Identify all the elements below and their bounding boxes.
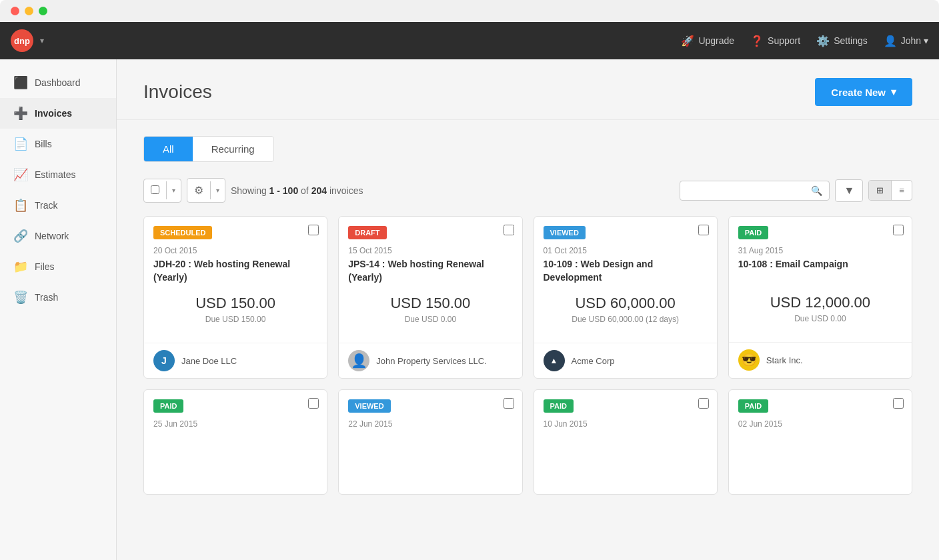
maximize-button[interactable] (39, 7, 47, 15)
card-title: JPS-14 : Web hosting Renewal (Yearly) (348, 258, 512, 284)
bulk-actions-dropdown[interactable]: ⚙ ▾ (187, 178, 225, 203)
search-box[interactable]: 🔍 (680, 181, 830, 201)
create-new-chevron-icon: ▾ (891, 86, 896, 98)
gear-icon[interactable]: ⚙ (187, 179, 210, 202)
sidebar-label-invoices: Invoices (35, 108, 72, 119)
card-body: 31 Aug 2015 10-108 : Email Campaign USD … (729, 239, 912, 342)
card-checkbox[interactable] (308, 225, 319, 235)
sidebar-item-network[interactable]: 🔗 Network (0, 221, 116, 251)
invoices-icon: ➕ (13, 106, 28, 121)
status-badge: SCHEDULED (153, 226, 212, 239)
card-date: 15 Oct 2015 (348, 246, 512, 255)
showing-text: Showing 1 - 100 of 204 invoices (231, 185, 363, 196)
checkbox-dropdown-caret[interactable]: ▾ (166, 181, 181, 199)
window-chrome (0, 0, 939, 22)
sidebar-label-trash: Trash (35, 292, 58, 303)
card-client: 😎 Stark Inc. (729, 342, 912, 377)
sidebar-item-dashboard[interactable]: ⬛ Dashboard (0, 67, 116, 98)
tab-all[interactable]: All (144, 137, 193, 161)
card-body: 22 Jun 2015 (339, 413, 522, 494)
showing-prefix: Showing (231, 185, 267, 196)
card-client: 👤 John Property Services LLC. (339, 343, 522, 378)
invoice-card[interactable]: SCHEDULED 20 Oct 2015 JDH-20 : Web hosti… (143, 216, 327, 379)
card-checkbox[interactable] (308, 398, 319, 409)
card-checkbox-wrapper (308, 225, 319, 238)
user-nav-item[interactable]: 👤 John ▾ (884, 35, 928, 47)
main-layout: ⬛ Dashboard ➕ Invoices 📄 Bills 📈 Estimat… (0, 59, 939, 560)
card-body: 10 Jun 2015 (534, 413, 717, 494)
grid-view-button[interactable]: ⊞ (869, 181, 891, 200)
sidebar-label-bills: Bills (35, 139, 52, 149)
avatar: ▲ (544, 350, 565, 371)
trash-icon: 🗑️ (13, 290, 28, 305)
view-toggle: ⊞ ≡ (868, 180, 912, 201)
content-body: All Recurring ▾ ⚙ ▾ (117, 120, 939, 511)
filter-button[interactable]: ▼ (835, 179, 863, 202)
tab-recurring[interactable]: Recurring (193, 137, 273, 161)
client-name: Acme Corp (572, 356, 615, 366)
checkbox-input[interactable] (151, 185, 159, 194)
settings-nav-item[interactable]: ⚙️ Settings (816, 35, 868, 47)
sidebar-item-bills[interactable]: 📄 Bills (0, 129, 116, 159)
sidebar-item-track[interactable]: 📋 Track (0, 190, 116, 221)
cards-grid: SCHEDULED 20 Oct 2015 JDH-20 : Web hosti… (143, 216, 912, 495)
card-date: 10 Jun 2015 (544, 419, 708, 429)
select-all-checkbox[interactable] (144, 179, 166, 202)
support-label: Support (768, 35, 800, 46)
sidebar-label-track: Track (35, 200, 57, 211)
logo-chevron-icon: ▾ (40, 36, 44, 45)
tabs-row: All Recurring (143, 136, 274, 162)
client-name: Stark Inc. (766, 355, 803, 365)
user-label: John ▾ (901, 35, 928, 46)
card-checkbox-wrapper (893, 398, 904, 411)
card-date: 20 Oct 2015 (153, 246, 317, 255)
sidebar-item-files[interactable]: 📁 Files (0, 251, 116, 282)
sidebar-item-invoices[interactable]: ➕ Invoices (0, 98, 116, 129)
list-view-button[interactable]: ≡ (891, 181, 912, 200)
checkbox-dropdown[interactable]: ▾ (143, 179, 181, 203)
avatar: 👤 (348, 350, 369, 371)
invoice-card[interactable]: VIEWED 01 Oct 2015 10-109 : Web Design a… (534, 216, 718, 379)
avatar: 😎 (738, 349, 760, 371)
gear-dropdown-caret[interactable]: ▾ (210, 181, 225, 199)
search-input[interactable] (687, 185, 807, 196)
topbar-right: 🚀 Upgrade ❓ Support ⚙️ Settings 👤 John ▾ (681, 35, 928, 47)
content-header: Invoices Create New ▾ (117, 59, 939, 120)
create-new-button[interactable]: Create New ▾ (815, 78, 912, 106)
logo[interactable]: dnp (11, 29, 33, 52)
invoice-card[interactable]: DRAFT 15 Oct 2015 JPS-14 : Web hosting R… (338, 216, 522, 379)
invoice-card[interactable]: VIEWED 22 Jun 2015 (338, 389, 522, 495)
card-checkbox[interactable] (698, 225, 709, 235)
settings-icon: ⚙️ (816, 35, 830, 47)
sidebar-item-trash[interactable]: 🗑️ Trash (0, 282, 116, 313)
card-amount: USD 150.00 (153, 295, 317, 312)
invoice-card[interactable]: PAID 10 Jun 2015 (534, 389, 718, 495)
card-checkbox[interactable] (698, 398, 709, 409)
invoice-card[interactable]: PAID 31 Aug 2015 10-108 : Email Campaign… (728, 216, 912, 379)
minimize-button[interactable] (25, 7, 33, 15)
card-checkbox[interactable] (893, 225, 904, 235)
bills-icon: 📄 (13, 137, 28, 151)
support-icon: ❓ (750, 35, 764, 47)
sidebar-label-estimates: Estimates (35, 169, 75, 180)
sidebar-item-estimates[interactable]: 📈 Estimates (0, 159, 116, 190)
close-button[interactable] (11, 7, 19, 15)
sidebar-label-files: Files (35, 261, 55, 272)
showing-of: of (301, 185, 311, 196)
avatar: J (153, 350, 175, 371)
card-checkbox[interactable] (504, 225, 514, 235)
toolbar-row: ▾ ⚙ ▾ Showing 1 - 100 of 204 invoices (143, 178, 912, 203)
status-badge: VIEWED (544, 226, 586, 239)
card-checkbox-wrapper (504, 398, 514, 411)
upgrade-icon: 🚀 (681, 35, 694, 47)
invoice-card[interactable]: PAID 02 Jun 2015 (728, 389, 912, 495)
upgrade-nav-item[interactable]: 🚀 Upgrade (681, 35, 734, 47)
topbar-left: dnp ▾ (11, 29, 44, 52)
invoice-card[interactable]: PAID 25 Jun 2015 (143, 389, 327, 495)
support-nav-item[interactable]: ❓ Support (750, 35, 800, 47)
status-badge: PAID (738, 226, 768, 239)
card-date: 22 Jun 2015 (348, 419, 512, 429)
settings-label: Settings (834, 35, 868, 46)
card-checkbox[interactable] (893, 398, 904, 409)
card-checkbox[interactable] (504, 398, 514, 409)
